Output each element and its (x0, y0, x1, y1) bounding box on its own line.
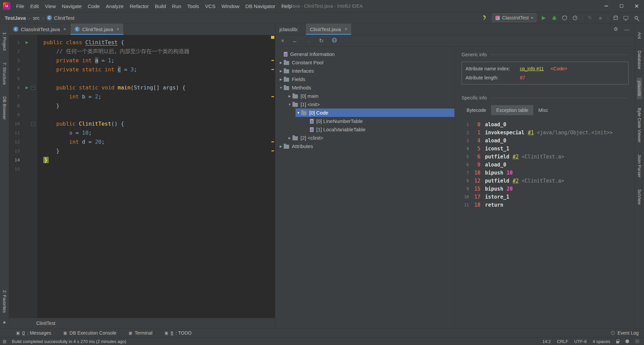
editor-tab-classinittest-java[interactable]: CClassInitTest.java× (9, 23, 70, 35)
menu-item-analyze[interactable]: Analyze (103, 3, 126, 9)
coverage-button[interactable] (561, 14, 568, 21)
fold-icon[interactable]: − (31, 86, 35, 90)
event-log-button[interactable]: Event Log (611, 330, 639, 336)
tree-item-1-init[interactable]: ▼[1] <init> (275, 100, 454, 109)
tool-windows-icon[interactable] (623, 14, 629, 21)
line-number[interactable]: 9 (9, 110, 22, 119)
constant-pool-link[interactable]: #2 (513, 154, 519, 160)
build-hammer-icon[interactable] (482, 14, 488, 21)
maximize-button[interactable] (614, 0, 629, 12)
lock-icon[interactable] (616, 341, 619, 343)
line-number[interactable]: 14 (9, 155, 22, 164)
fold-icon[interactable]: − (31, 122, 35, 126)
menu-item-refactor[interactable]: Refactor (127, 3, 152, 9)
tool-button-7-structure[interactable]: 7: Structure (2, 59, 7, 88)
editor-breadcrumb[interactable]: ClinitTest (36, 321, 55, 326)
tree-item-methods[interactable]: ▼Methods (275, 83, 454, 92)
tool-button-jclasslib[interactable]: jclasslib (637, 78, 642, 99)
minimize-button[interactable] (599, 0, 614, 12)
indent-setting[interactable]: 4 spaces (593, 339, 610, 344)
tool-window-button-6-todo[interactable]: ▣6: TODO (164, 330, 192, 336)
menu-item-tools[interactable]: Tools (184, 3, 202, 9)
breadcrumb-project[interactable]: TestJava (5, 15, 26, 21)
tree-item-attributes[interactable]: ▶Attributes (275, 142, 454, 150)
error-stripe[interactable] (270, 35, 275, 318)
menu-item-navigate[interactable]: Navigate (59, 3, 85, 9)
line-number[interactable]: 4 (9, 65, 22, 74)
run-config-select[interactable]: ClassInitTest ▾ (492, 13, 536, 22)
tool-window-button-db-execution-console[interactable]: ▣DB Execution Console (63, 330, 116, 336)
tool-button-database[interactable]: Database (637, 48, 642, 72)
tool-window-switcher-icon[interactable]: ▤ (3, 339, 6, 344)
chevron-right-icon[interactable]: ▶ (287, 94, 292, 98)
corner-widget-icon[interactable] (635, 339, 639, 343)
file-encoding[interactable]: UTF-8 (574, 339, 587, 344)
menu-item-window[interactable]: Window (218, 3, 242, 9)
stripe-warning-marker[interactable] (271, 150, 274, 151)
chevron-down-icon[interactable]: ▼ (278, 86, 284, 89)
breadcrumb-src[interactable]: src (33, 15, 40, 21)
tool-button-json-parser[interactable]: Json Parser (637, 151, 642, 181)
stripe-warning-marker[interactable] (271, 60, 274, 61)
tool-button-ant[interactable]: Ant (637, 29, 642, 42)
menu-item-edit[interactable]: Edit (27, 3, 42, 9)
jclasslib-tab[interactable]: ClinitTest.java × (306, 23, 352, 35)
line-number[interactable]: 15 (9, 164, 22, 174)
chevron-right-icon[interactable]: ▶ (278, 61, 284, 64)
search-everywhere-icon[interactable] (633, 14, 639, 21)
debug-button[interactable] (551, 14, 557, 21)
menu-item-vcs[interactable]: VCS (202, 3, 218, 9)
chevron-right-icon[interactable]: ▶ (278, 78, 284, 81)
line-number[interactable]: 6 (9, 83, 22, 92)
tree-item-0-main[interactable]: ▶[0] main (275, 92, 454, 100)
stop-button[interactable]: ■ (597, 14, 603, 21)
line-number[interactable]: 5 (9, 74, 22, 83)
close-tab-icon[interactable]: × (63, 26, 66, 32)
line-number[interactable]: 1 (9, 38, 22, 47)
tool-button-2-favorites[interactable]: 2: Favorites (2, 287, 7, 316)
close-button[interactable] (629, 0, 644, 12)
tree-item-general-information[interactable]: General Information (275, 50, 454, 58)
tab-misc[interactable]: Misc (533, 105, 553, 115)
inspection-indicator-icon[interactable] (625, 339, 629, 343)
tool-window-button-0-messages[interactable]: ▣0: Messages (16, 330, 51, 336)
editor[interactable]: 1▶public class ClinitTest {2 // 任何一个类声明以… (9, 35, 275, 318)
rerun-button[interactable]: ↻ (587, 14, 593, 21)
tab-bytecode[interactable]: Bytecode (462, 105, 491, 115)
database-console-icon[interactable] (612, 14, 619, 21)
chevron-right-icon[interactable]: ▶ (278, 69, 284, 73)
menu-item-file[interactable]: File (13, 3, 27, 9)
line-number[interactable]: 3 (9, 56, 22, 65)
tool-button-sciview[interactable]: SciView (637, 186, 642, 208)
breadcrumb-class[interactable]: ClinitTest (54, 15, 74, 21)
chevron-right-icon[interactable]: ▶ (287, 136, 292, 140)
constant-pool-link[interactable]: #1 (528, 130, 534, 136)
gear-icon[interactable]: ⚙ (614, 26, 618, 32)
tool-window-button-terminal[interactable]: ▣Terminal (128, 330, 152, 336)
tree-item-interfaces[interactable]: ▶Interfaces (275, 67, 454, 75)
chevron-down-icon[interactable]: ▼ (296, 111, 301, 115)
run-icon[interactable]: ▶ (25, 38, 28, 47)
status-message[interactable]: Build completed successfully in 4 s 270 … (12, 339, 126, 344)
chevron-down-icon[interactable]: ▼ (287, 103, 292, 106)
favorites-star-icon[interactable]: ★ (2, 320, 6, 325)
tree-item-1-localvariabletable[interactable]: [1] LocalVariableTable (275, 125, 454, 134)
menu-item-db-navigator[interactable]: DB Navigator (243, 3, 278, 9)
web-icon[interactable] (332, 38, 337, 44)
tab-exception-table[interactable]: Exception table (491, 105, 533, 115)
tool-button-1-project[interactable]: 1: Project (2, 29, 7, 54)
close-tab-icon[interactable]: × (116, 26, 119, 32)
line-number[interactable]: 2 (9, 47, 22, 56)
run-icon[interactable]: ▶ (25, 83, 28, 92)
forward-icon[interactable]: → (306, 38, 311, 44)
constant-pool-link[interactable]: #2 (513, 178, 519, 184)
refresh-icon[interactable]: ↻ (319, 38, 323, 44)
tree-item-0-code[interactable]: ▼[0] Code (275, 109, 454, 117)
caret-position[interactable]: 14:2 (542, 339, 551, 344)
chevron-right-icon[interactable]: ▶ (278, 145, 284, 148)
hide-panel-icon[interactable]: — (624, 26, 629, 32)
editor-tab-clinittest-java[interactable]: CClinitTest.java× (70, 23, 124, 35)
stripe-warning-marker[interactable] (271, 69, 274, 70)
stripe-warning-marker[interactable] (271, 96, 274, 97)
line-number[interactable]: 7 (9, 92, 22, 101)
